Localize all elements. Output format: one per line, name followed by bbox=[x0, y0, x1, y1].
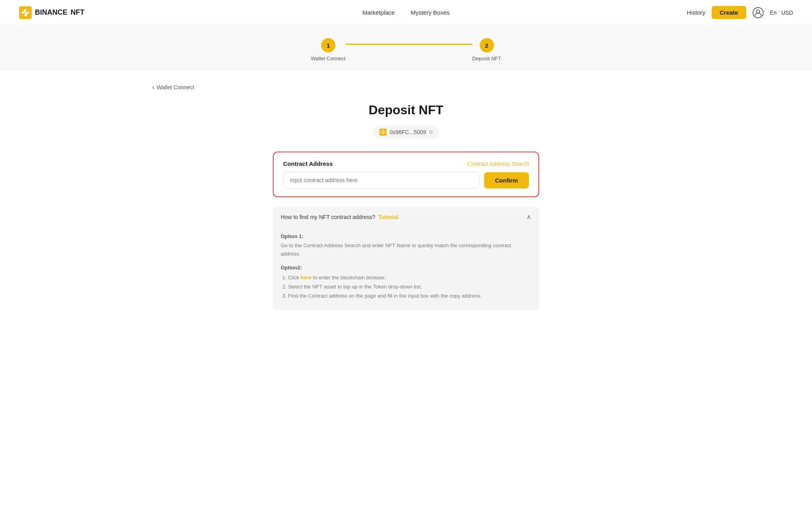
main-nav: Marketplace Mystery Boxes bbox=[362, 9, 450, 16]
back-arrow-icon: ‹ bbox=[152, 84, 154, 91]
header-right: History Create En | USD bbox=[687, 6, 793, 19]
stepper-area: 1 Wallet Connect 2 Deposit NFT bbox=[0, 25, 812, 71]
option1-desc: Go to the Contract Address Search and en… bbox=[281, 242, 531, 258]
nav-marketplace[interactable]: Marketplace bbox=[362, 9, 395, 16]
history-link[interactable]: History bbox=[687, 9, 705, 16]
step-1-circle: 1 bbox=[321, 38, 335, 52]
logo-binance-text: BINANCE bbox=[35, 8, 67, 17]
header: BINANCE NFT Marketplace Mystery Boxes Hi… bbox=[0, 0, 812, 25]
contract-label: Contract Address bbox=[283, 160, 333, 167]
currency-label[interactable]: USD bbox=[781, 10, 793, 16]
faq-question-text: How to find my NFT contract address? Tut… bbox=[281, 214, 398, 220]
wallet-address-text: 0x96FC...5009 bbox=[390, 129, 426, 135]
wallet-badge: 0x96FC...5009 ⧉ bbox=[373, 125, 439, 139]
step-2-label: Deposit NFT bbox=[472, 56, 501, 62]
faq-accordion: How to find my NFT contract address? Tut… bbox=[273, 207, 539, 310]
contract-input-row: Confirm bbox=[283, 172, 529, 188]
faq-content: Option 1: Go to the Contract Address Sea… bbox=[273, 227, 539, 310]
lang-currency-divider: | bbox=[778, 10, 780, 16]
user-icon[interactable] bbox=[753, 7, 764, 18]
step-2-circle: 2 bbox=[480, 38, 494, 52]
binance-logo-icon bbox=[19, 6, 32, 19]
step-1-label: Wallet Connect bbox=[311, 56, 346, 62]
option2-item-2: 2. Select the NFT asset to top up in the… bbox=[282, 282, 531, 291]
contract-address-input[interactable] bbox=[283, 172, 479, 188]
wallet-badge-icon bbox=[379, 129, 387, 136]
confirm-button[interactable]: Confirm bbox=[484, 172, 529, 188]
contract-address-card: Contract Address Contract Address Search… bbox=[273, 152, 539, 197]
create-button[interactable]: Create bbox=[712, 6, 746, 19]
option1-title: Option 1: bbox=[281, 233, 531, 239]
lang-currency: En | USD bbox=[770, 10, 793, 16]
option2-item-3: 3. Find the Contract address on the page… bbox=[282, 291, 531, 300]
faq-question-label: How to find my NFT contract address? bbox=[281, 214, 375, 220]
copy-icon[interactable]: ⧉ bbox=[429, 129, 433, 135]
back-link[interactable]: ‹ Wallet Connect bbox=[152, 84, 194, 91]
step-line bbox=[346, 44, 472, 45]
nav-mystery-boxes[interactable]: Mystery Boxes bbox=[411, 9, 450, 16]
main-content: Deposit NFT 0x96FC...5009 ⧉ Contract Add… bbox=[263, 84, 549, 329]
logo[interactable]: BINANCE NFT bbox=[19, 6, 84, 19]
stepper: 1 Wallet Connect 2 Deposit NFT bbox=[311, 38, 501, 62]
svg-point-1 bbox=[753, 8, 763, 18]
back-link-label: Wallet Connect bbox=[157, 84, 194, 90]
option2-list: 1. Click here to enter the blockchain br… bbox=[281, 273, 531, 301]
faq-accordion-header[interactable]: How to find my NFT contract address? Tut… bbox=[273, 207, 539, 227]
option2-item-1: 1. Click here to enter the blockchain br… bbox=[282, 273, 531, 282]
chevron-up-icon: ∧ bbox=[527, 213, 531, 221]
faq-tutorial-link[interactable]: Tutorial bbox=[379, 214, 398, 220]
page-title: Deposit NFT bbox=[273, 103, 539, 117]
step-2: 2 Deposit NFT bbox=[472, 38, 501, 62]
contract-card-header: Contract Address Contract Address Search bbox=[283, 160, 529, 167]
contract-search-link[interactable]: Contract Address Search bbox=[467, 161, 529, 167]
svg-point-2 bbox=[756, 10, 760, 13]
step-1: 1 Wallet Connect bbox=[311, 38, 346, 62]
logo-nft-text: NFT bbox=[71, 8, 84, 17]
option2-title: Option2: bbox=[281, 265, 531, 271]
here-link[interactable]: here bbox=[301, 275, 311, 281]
language-label[interactable]: En bbox=[770, 10, 777, 16]
